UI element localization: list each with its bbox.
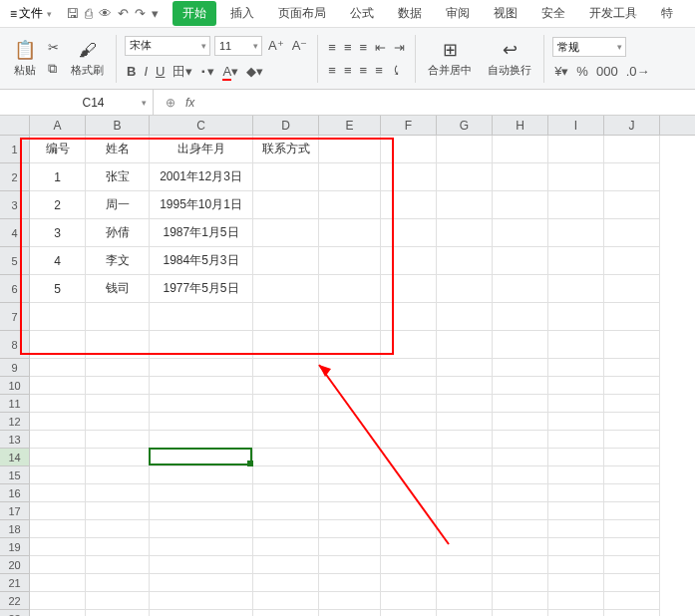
cell-J11[interactable] [604,395,660,413]
copy-icon[interactable]: ⧉ [46,60,61,78]
cell-F12[interactable] [381,413,437,431]
cell-E12[interactable] [319,413,381,431]
cell-J21[interactable] [604,574,660,592]
cell-F8[interactable] [381,331,437,359]
row-header-13[interactable]: 13 [0,431,30,449]
cell-B2[interactable]: 张宝 [86,163,150,191]
column-header-I[interactable]: I [548,116,604,135]
cell-J13[interactable] [604,431,660,449]
cell-C10[interactable] [150,377,253,395]
cell-A22[interactable] [30,592,86,610]
cell-A18[interactable] [30,520,86,538]
fx-icon[interactable]: fx [185,96,194,110]
cell-H1[interactable] [493,136,548,163]
cell-H19[interactable] [493,538,548,556]
cell-C17[interactable] [150,502,253,520]
cell-J9[interactable] [604,359,660,377]
cell-E9[interactable] [319,359,381,377]
cell-G11[interactable] [437,395,493,413]
cell-C21[interactable] [150,574,253,592]
cell-E6[interactable] [319,275,381,303]
cell-G17[interactable] [437,502,493,520]
cell-I13[interactable] [548,431,604,449]
cell-J7[interactable] [604,303,660,331]
cell-H6[interactable] [493,275,548,303]
cell-B13[interactable] [86,431,150,449]
cell-C1[interactable]: 出身年月 [150,136,253,163]
cell-I12[interactable] [548,413,604,431]
cell-A7[interactable] [30,303,86,331]
row-header-23[interactable]: 23 [0,610,30,616]
cut-icon[interactable]: ✂ [46,39,61,56]
cell-A14[interactable] [30,449,86,466]
cell-J17[interactable] [604,502,660,520]
cell-J14[interactable] [604,449,660,466]
cell-J4[interactable] [604,219,660,247]
column-header-F[interactable]: F [381,116,437,135]
align-top-icon[interactable]: ≡ [326,39,338,56]
print-icon[interactable]: ⎙ [85,6,93,21]
cell-I21[interactable] [548,574,604,592]
row-header-7[interactable]: 7 [0,303,30,331]
cell-D4[interactable] [253,219,319,247]
row-header-8[interactable]: 8 [0,331,30,359]
cell-D13[interactable] [253,431,319,449]
cell-F3[interactable] [381,191,437,219]
cell-C15[interactable] [150,466,253,484]
cell-A17[interactable] [30,502,86,520]
cell-I14[interactable] [548,449,604,466]
cell-I22[interactable] [548,592,604,610]
row-header-3[interactable]: 3 [0,191,30,219]
cell-H9[interactable] [493,359,548,377]
cell-H20[interactable] [493,556,548,574]
column-header-A[interactable]: A [30,116,86,135]
cell-D20[interactable] [253,556,319,574]
cell-F18[interactable] [381,520,437,538]
row-header-4[interactable]: 4 [0,219,30,247]
cell-F10[interactable] [381,377,437,395]
cell-A19[interactable] [30,538,86,556]
cell-D6[interactable] [253,275,319,303]
column-header-J[interactable]: J [604,116,660,135]
tab-view[interactable]: 视图 [484,1,527,26]
cell-E19[interactable] [319,538,381,556]
cell-H5[interactable] [493,247,548,275]
cell-I18[interactable] [548,520,604,538]
cell-I8[interactable] [548,331,604,359]
cell-B5[interactable]: 李文 [86,247,150,275]
cell-A8[interactable] [30,331,86,359]
cell-E21[interactable] [319,574,381,592]
redo-icon[interactable]: ↷ [135,6,146,21]
cell-E7[interactable] [319,303,381,331]
cell-C23[interactable] [150,610,253,616]
cell-J8[interactable] [604,331,660,359]
comma-icon[interactable]: 000 [594,63,620,80]
cell-G4[interactable] [437,219,493,247]
cell-H22[interactable] [493,592,548,610]
cell-I20[interactable] [548,556,604,574]
cell-C9[interactable] [150,359,253,377]
cell-C11[interactable] [150,395,253,413]
tab-start[interactable]: 开始 [173,1,216,26]
cell-I6[interactable] [548,275,604,303]
file-menu-button[interactable]: ≡ 文件 ▾ [4,3,58,24]
cell-J22[interactable] [604,592,660,610]
cell-A13[interactable] [30,431,86,449]
cell-H15[interactable] [493,466,548,484]
cell-A23[interactable] [30,610,86,616]
cell-E22[interactable] [319,592,381,610]
cell-D19[interactable] [253,538,319,556]
cell-H14[interactable] [493,449,548,466]
cell-J3[interactable] [604,191,660,219]
cell-A10[interactable] [30,377,86,395]
fill-color-icon[interactable]: 🞍▾ [198,63,216,80]
row-header-2[interactable]: 2 [0,163,30,191]
cell-D2[interactable] [253,163,319,191]
cell-F23[interactable] [381,610,437,616]
tab-page-layout[interactable]: 页面布局 [268,1,336,26]
cell-E4[interactable] [319,219,381,247]
cell-E3[interactable] [319,191,381,219]
cell-G8[interactable] [437,331,493,359]
select-all-corner[interactable] [0,116,30,135]
percent-icon[interactable]: % [574,63,590,80]
